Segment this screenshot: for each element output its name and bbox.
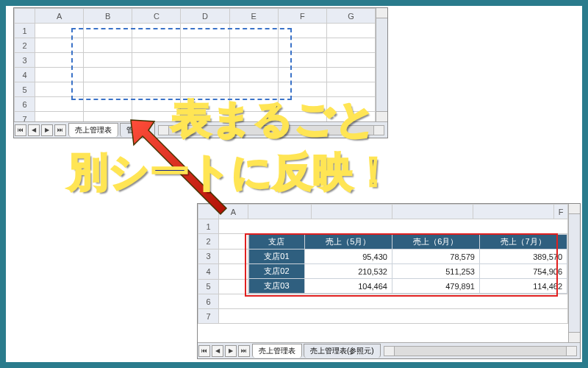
cell[interactable]: [132, 53, 181, 68]
cell[interactable]: [219, 279, 248, 294]
cell[interactable]: [84, 53, 132, 68]
cell[interactable]: [229, 24, 278, 38]
cell[interactable]: [84, 38, 132, 53]
cell[interactable]: [219, 249, 248, 264]
row-header[interactable]: 6: [198, 294, 219, 309]
col-header[interactable]: B: [84, 9, 132, 24]
cell[interactable]: [326, 53, 375, 68]
row-header[interactable]: 2: [15, 38, 35, 53]
cell[interactable]: [278, 68, 326, 82]
col-header[interactable]: [312, 205, 392, 219]
row-header[interactable]: 3: [15, 53, 35, 68]
row-header[interactable]: 3: [198, 249, 219, 264]
cell[interactable]: [132, 24, 181, 38]
cell[interactable]: [219, 264, 248, 280]
cell[interactable]: [278, 24, 326, 38]
sheet-tab-bar: ⏮ ◀ ▶ ⏭ 売上管理表 売上管理表(参照元): [198, 342, 580, 358]
cell[interactable]: [278, 38, 326, 53]
cell[interactable]: [326, 68, 375, 82]
row-header[interactable]: 5: [198, 279, 219, 294]
scroll-up-icon[interactable]: [376, 8, 387, 18]
cell[interactable]: [35, 24, 84, 38]
highlight-box: [245, 233, 558, 297]
headline-line1: 表まるごと: [171, 93, 376, 146]
col-header[interactable]: D: [181, 9, 229, 24]
tab-nav-last-icon[interactable]: ⏭: [54, 124, 66, 136]
cell[interactable]: [229, 38, 278, 53]
col-header[interactable]: E: [229, 9, 278, 24]
row-header[interactable]: 4: [198, 264, 219, 280]
col-header[interactable]: [473, 205, 554, 219]
cell[interactable]: [35, 97, 84, 112]
cell[interactable]: [181, 38, 229, 53]
col-header[interactable]: C: [132, 9, 181, 24]
cell[interactable]: [219, 309, 568, 324]
cell[interactable]: [219, 219, 568, 234]
select-all-corner[interactable]: [15, 9, 35, 24]
vertical-scrollbar[interactable]: [376, 8, 387, 121]
cell[interactable]: [326, 38, 375, 53]
cell[interactable]: [181, 24, 229, 38]
cell[interactable]: [181, 68, 229, 82]
row-header[interactable]: 4: [15, 68, 35, 82]
tab-nav-prev-icon[interactable]: ◀: [28, 124, 40, 136]
cell[interactable]: [84, 68, 132, 82]
sheet-tab[interactable]: 管理表: [120, 123, 155, 137]
sheet-tab[interactable]: 売上管理表(参照元): [304, 344, 381, 358]
cell[interactable]: [35, 53, 84, 68]
tab-nav-last-icon[interactable]: ⏭: [238, 345, 250, 357]
cell[interactable]: [229, 68, 278, 82]
row-header[interactable]: 1: [198, 219, 219, 234]
scroll-up-icon[interactable]: [569, 204, 580, 214]
sheet-tab[interactable]: 売上管理表: [252, 344, 302, 358]
cell[interactable]: [35, 68, 84, 82]
col-header[interactable]: A: [219, 205, 248, 219]
tab-nav-prev-icon[interactable]: ◀: [212, 345, 223, 357]
cell[interactable]: [181, 53, 229, 68]
tab-nav-first-icon[interactable]: ⏮: [15, 124, 26, 136]
col-header[interactable]: A: [35, 9, 84, 24]
tab-nav-first-icon[interactable]: ⏮: [198, 345, 210, 357]
vertical-scrollbar[interactable]: [568, 204, 580, 342]
cell[interactable]: [84, 97, 132, 112]
row-header[interactable]: 1: [15, 24, 35, 38]
row-header[interactable]: 2: [198, 234, 219, 250]
excel-window-bottom: A F 1 2 支店 売上（5月） 売上（6月） 売上（7月） 支店0: [197, 203, 581, 359]
cell[interactable]: [219, 234, 248, 250]
cell[interactable]: [35, 82, 84, 97]
tab-nav-next-icon[interactable]: ▶: [225, 345, 237, 357]
cell[interactable]: [132, 68, 181, 82]
col-header[interactable]: F: [278, 9, 326, 24]
col-header[interactable]: [392, 205, 473, 219]
row-header[interactable]: 7: [198, 309, 219, 324]
cell[interactable]: [35, 38, 84, 53]
headline-line2: 別シートに反映！: [68, 146, 394, 199]
cell[interactable]: [132, 38, 181, 53]
horizontal-scrollbar[interactable]: [384, 346, 577, 356]
row-header[interactable]: 5: [15, 82, 35, 97]
sheet-tab[interactable]: 売上管理表: [68, 123, 118, 137]
col-header[interactable]: F: [554, 205, 568, 219]
cell[interactable]: [229, 53, 278, 68]
canvas: A B C D E F G 1 2 3 4 5 6 7 ⏮ ◀ ▶ ⏭ 売上管理…: [6, 6, 582, 362]
row-header[interactable]: 6: [15, 97, 35, 112]
col-header[interactable]: [248, 205, 312, 219]
scroll-down-icon[interactable]: [376, 111, 387, 121]
cell[interactable]: [84, 24, 132, 38]
select-all-corner[interactable]: [198, 205, 219, 219]
tab-nav-next-icon[interactable]: ▶: [41, 124, 53, 136]
col-header[interactable]: G: [326, 9, 375, 24]
cell[interactable]: [84, 82, 132, 97]
cell[interactable]: [278, 53, 326, 68]
scroll-down-icon[interactable]: [569, 332, 580, 342]
cell[interactable]: [326, 24, 375, 38]
